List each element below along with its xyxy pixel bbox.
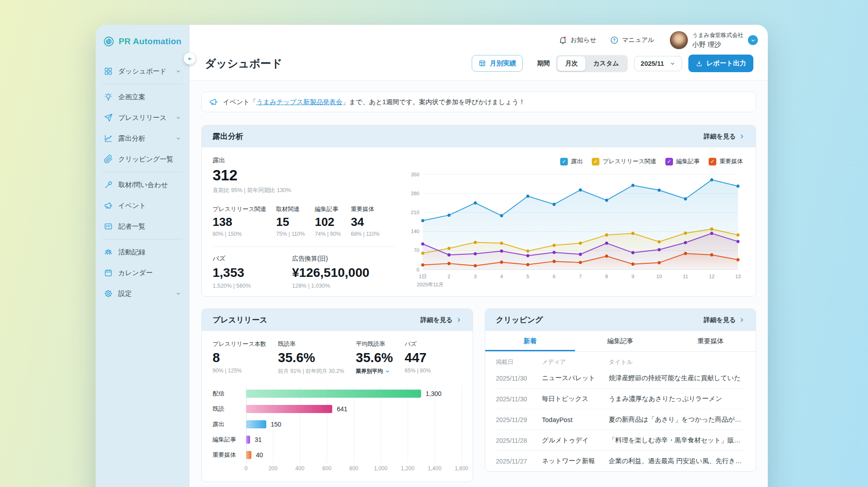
dashboard-icon: [104, 67, 113, 76]
bar-axis-tick: 800: [349, 465, 358, 472]
press-stats: プレスリリース本数890% | 125%既読率35.6%前月 91% | 前年同…: [202, 331, 473, 380]
segment-custom[interactable]: カスタム: [585, 56, 627, 71]
clip-title: 「料理を楽しむ赤辛・黒辛食材セット」販売開始: [609, 436, 745, 445]
clipping-row[interactable]: 2025/11/29TodayPost夏の新商品は「あさり」をつかった商品が続々…: [496, 409, 745, 430]
sidebar-collapse-button[interactable]: [184, 53, 195, 64]
clipping-details-link[interactable]: 詳細を見る: [704, 316, 745, 324]
sidebar-item-settings[interactable]: 設定: [96, 283, 190, 304]
legend-item[interactable]: ✓編集記事: [665, 157, 700, 165]
clipping-row[interactable]: 2025/11/27ネットワーク新報企業の利益、過去最高 円安追い風、先行きは不…: [496, 451, 745, 471]
bar-label: 既読: [213, 401, 241, 417]
manual-link[interactable]: マニュアル: [610, 36, 654, 45]
notifications-link[interactable]: お知らせ: [558, 36, 596, 45]
sidebar-item-press-release[interactable]: プレスリリース: [96, 107, 190, 128]
svg-text:4: 4: [500, 274, 503, 279]
legend-item[interactable]: ✓露出: [560, 157, 583, 165]
bar-value: 1,300: [426, 390, 441, 397]
clipping-tab-3[interactable]: 重要媒体: [665, 331, 756, 351]
event-link[interactable]: うまみチップス新製品発表会: [256, 98, 343, 106]
sidebar-item-activity-log[interactable]: 活動記録: [96, 242, 190, 262]
legend-checkbox[interactable]: ✓: [592, 158, 599, 165]
clipping-card-title: クリッピング: [496, 315, 543, 325]
clipping-row[interactable]: 2025/11/28グルメトゥデイ「料理を楽しむ赤辛・黒辛食材セット」販売開始: [496, 430, 745, 451]
user-name: 小野 理沙: [692, 41, 743, 49]
microphone-icon: [104, 180, 113, 189]
chart-legend: ✓露出✓プレスリリース関連✓編集記事✓重要媒体: [406, 157, 743, 165]
bar-value: 150: [271, 421, 281, 428]
clip-title: 企業の利益、過去最高 円安追い風、先行きは不透明: [609, 457, 745, 465]
exposure-sub-stat: プレスリリース関連13880% | 150%: [213, 205, 266, 237]
sidebar-divider: [103, 172, 182, 172]
sidebar: PR Automation ダッシュボード企画立案プレスリリース露出分析クリッピ…: [96, 25, 190, 487]
sidebar-item-reporters[interactable]: 記者一覧: [96, 216, 190, 237]
legend-label: プレスリリース関連: [603, 157, 656, 165]
svg-text:10: 10: [656, 274, 662, 279]
exposure-details-link[interactable]: 詳細を見る: [704, 133, 745, 141]
clipping-card: クリッピング 詳細を見る 新着編集記事重要媒体 掲載日メディアタイトル 2025…: [485, 308, 757, 472]
clip-title: 夏の新商品は「あさり」をつかった商品が続々登場: [609, 415, 745, 424]
bar-plot: 1,3006411503140: [246, 386, 462, 463]
clip-media: 毎日トピックス: [542, 395, 609, 403]
people-icon: [104, 248, 113, 257]
sidebar-item-label: カレンダー: [118, 269, 153, 277]
legend-label: 重要媒体: [719, 157, 743, 165]
svg-text:13: 13: [735, 274, 741, 279]
monthly-results-button[interactable]: 月別実績: [472, 55, 523, 72]
press-details-link[interactable]: 詳細を見る: [421, 316, 462, 324]
svg-text:140: 140: [411, 229, 419, 234]
press-release-card: プレスリリース 詳細を見る プレスリリース本数890% | 125%既読率35.…: [201, 308, 473, 482]
legend-checkbox[interactable]: ✓: [665, 158, 673, 165]
sidebar-divider: [103, 239, 182, 239]
sidebar-item-planning[interactable]: 企画立案: [96, 87, 190, 107]
bar-chart: 配信既読露出編集記事重要媒体 1,3006411503140: [213, 386, 462, 463]
bar-axis-tick: 600: [322, 465, 331, 472]
export-report-button[interactable]: レポート出力: [688, 55, 753, 72]
sidebar-item-dashboard[interactable]: ダッシュボード: [96, 61, 190, 82]
clip-title: うまみ濃厚なあさりたっぷりラーメン: [609, 395, 745, 403]
chevron-right-icon: [739, 133, 745, 139]
svg-text:2025年11月: 2025年11月: [417, 282, 443, 287]
clip-date: 2025/11/30: [496, 395, 542, 403]
megaphone-icon: [209, 97, 218, 106]
user-chevron-down-icon[interactable]: [748, 35, 758, 45]
legend-checkbox[interactable]: ✓: [709, 158, 716, 165]
sidebar-item-calendar[interactable]: カレンダー: [96, 262, 190, 283]
sidebar-item-inquiry[interactable]: 取材/問い合わせ: [96, 175, 190, 195]
clipping-table: 掲載日メディアタイトル 2025/11/30ニュースパレット焼津産鰹節の持続可能…: [485, 352, 756, 471]
clipping-row[interactable]: 2025/11/30ニュースパレット焼津産鰹節の持続可能な生産に貢献していた: [496, 368, 745, 389]
buzz-stat: バズ 1,353 1,520% | 560%: [213, 255, 292, 289]
bar-axis-tick: 400: [295, 465, 304, 472]
sidebar-item-clipping-list[interactable]: クリッピング一覧: [96, 149, 190, 170]
legend-item[interactable]: ✓プレスリリース関連: [592, 157, 656, 165]
clipping-tab-1[interactable]: 新着: [485, 331, 576, 351]
notifications-label: お知らせ: [571, 36, 596, 44]
press-bar-chart: 配信既読露出編集記事重要媒体 1,3006411503140 020040060…: [202, 380, 473, 482]
industry-average-dropdown[interactable]: 業界別平均: [356, 368, 393, 375]
clipping-tabs: 新着編集記事重要媒体: [485, 331, 756, 352]
exposure-card-body: 露出 312 直前比 95% | 前年同期比 130% プレスリリース関連138…: [202, 147, 756, 296]
press-stat: バズ44765% | 80%: [405, 340, 431, 375]
clip-date: 2025/11/28: [496, 437, 542, 444]
title-row: ダッシュボード 月別実績 期間 月次 カスタム 2025/11: [190, 49, 768, 81]
month-select[interactable]: 2025/11: [634, 56, 682, 71]
bar: [246, 390, 421, 398]
bar-label: 重要媒体: [213, 447, 241, 463]
legend-item[interactable]: ✓重要媒体: [709, 157, 743, 165]
line-chart-icon: [104, 134, 113, 143]
user-menu[interactable]: うまみ食堂株式会社 小野 理沙: [670, 31, 758, 49]
clip-media: グルメトゥデイ: [542, 436, 609, 445]
legend-checkbox[interactable]: ✓: [560, 158, 568, 165]
segment-monthly[interactable]: 月次: [557, 56, 585, 71]
avatar: [670, 31, 688, 49]
bar-axis-tick: 1,000: [374, 465, 387, 472]
press-stat: 平均既読率35.6%業界別平均: [356, 340, 393, 375]
sidebar-item-event[interactable]: イベント: [96, 195, 190, 216]
table-icon: [478, 60, 486, 67]
clipping-table-rows: 2025/11/30ニュースパレット焼津産鰹節の持続可能な生産に貢献していた20…: [496, 368, 745, 471]
sidebar-item-exposure-analysis[interactable]: 露出分析: [96, 128, 190, 149]
divider: [213, 246, 395, 247]
bar-row: 641: [246, 401, 462, 417]
clipping-row[interactable]: 2025/11/30毎日トピックスうまみ濃厚なあさりたっぷりラーメン: [496, 389, 745, 409]
clipping-tab-2[interactable]: 編集記事: [575, 331, 665, 351]
chevron-down-icon: [175, 290, 181, 297]
